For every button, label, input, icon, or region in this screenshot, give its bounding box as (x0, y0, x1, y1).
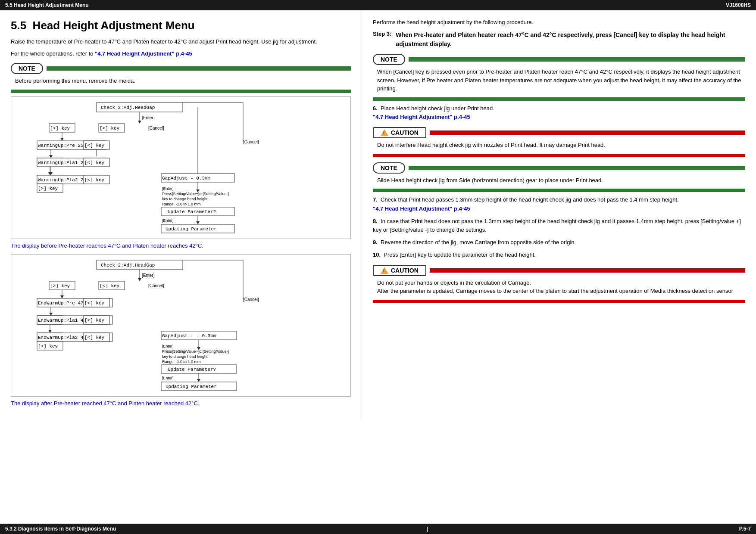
svg-marker-61 (138, 278, 141, 281)
caution1-box: ! CAUTION (373, 127, 426, 138)
note1-box: NOTE (11, 63, 43, 74)
caution2-bottom-bar (373, 300, 745, 303)
left-column: 5.5 Head Height Adjustment Menu Raise th… (0, 10, 362, 420)
caution2-triangle: ! (381, 267, 388, 274)
item7-num: 7. (373, 196, 378, 203)
svg-marker-3 (138, 121, 141, 124)
svg-text:[>] key: [>] key (50, 283, 70, 289)
item10: 10. Press [Enter] key to update the para… (373, 251, 745, 260)
note3-box: NOTE (373, 162, 405, 174)
svg-text:[Enter]: [Enter] (162, 218, 174, 223)
svg-text:Update Parameter?: Update Parameter? (168, 367, 216, 372)
svg-marker-49 (196, 221, 200, 224)
section-title: 5.5 Head Height Adjustment Menu (11, 19, 351, 32)
item8-num: 8. (373, 218, 378, 224)
caution2-header-row: ! CAUTION (373, 265, 745, 276)
svg-text:[Enter]: [Enter] (162, 186, 174, 191)
note2-container: NOTE When [Cancel] key is pressed even p… (373, 54, 745, 101)
svg-text:Updating Parameter: Updating Parameter (166, 227, 217, 232)
item6-num: 6. (373, 105, 378, 112)
svg-text:Range: -1.0 to 1.0 mm: Range: -1.0 to 1.0 mm (162, 202, 201, 206)
item9: 9. Reverse the direction of the jig, mov… (373, 238, 745, 247)
svg-text:Range: -1.0 to 1.0 mm: Range: -1.0 to 1.0 mm (162, 360, 201, 364)
svg-text:[Enter]: [Enter] (162, 376, 174, 380)
note1-content: Before performing this menu, remove the … (11, 74, 351, 88)
svg-text:[>] key: [>] key (38, 344, 58, 349)
svg-text:Press[Setting/Value+]or[Settin: Press[Setting/Value+]or[Setting/Value-] (162, 349, 229, 354)
caution2-container: ! CAUTION Do not put your hands or objec… (373, 265, 745, 303)
flow1-caption: The display before Pre-heater reaches 47… (11, 242, 351, 249)
footer-right: P.5-7 (739, 526, 751, 532)
svg-text:[>] key: [>] key (50, 126, 70, 131)
svg-marker-79 (48, 330, 52, 333)
svg-text:[Cancel]: [Cancel] (243, 140, 259, 144)
item9-num: 9. (373, 239, 378, 245)
note2-bottom-bar (373, 97, 745, 101)
svg-text:[<] key: [<] key (84, 177, 105, 183)
link1[interactable]: "4.7 Head Height Adjustment" p.4-45 (95, 50, 192, 57)
svg-text:[<] key: [<] key (84, 318, 105, 323)
item7-link[interactable]: "4.7 Head Height Adjustment" p.4-45 (373, 205, 470, 212)
note2-content: When [Cancel] key is pressed even prior … (373, 65, 745, 96)
item8-text: In case that Print head does not pass th… (373, 218, 741, 233)
note3-green-bar (409, 166, 745, 170)
svg-marker-103 (197, 379, 200, 382)
footer-left: 5.3.2 Diagnosis Items in Self-Diagnosis … (5, 526, 116, 532)
item6-link[interactable]: "4.7 Head Height Adjustment" p.4-45 (373, 114, 470, 120)
svg-text:[Cancel]: [Cancel] (148, 283, 164, 288)
svg-text:[<] key: [<] key (100, 126, 120, 131)
svg-text:key to change head height: key to change head height (162, 354, 208, 359)
svg-text:EndWarmUp:Pre   47°C: EndWarmUp:Pre 47°C (38, 301, 89, 306)
flowchart1: Check 2:Adj.HeadGap [Enter] [>] key [<] … (11, 96, 351, 239)
flowchart1-svg: Check 2:Adj.HeadGap [Enter] [>] key [<] … (15, 100, 351, 234)
svg-text:Check 2:Adj.HeadGap: Check 2:Adj.HeadGap (101, 105, 155, 110)
svg-text:[<] key: [<] key (84, 301, 105, 306)
footer-separator: | (427, 526, 428, 532)
content-wrapper: 5.5 Head Height Adjustment Menu Raise th… (0, 10, 756, 435)
item7-text: Check that Print head passes 1.3mm step … (381, 196, 679, 203)
svg-marker-15 (49, 155, 53, 158)
note3-container: NOTE Slide Head height check jig from Si… (373, 162, 745, 192)
note1-bottom-bar (11, 90, 351, 93)
note2-green-bar (409, 57, 745, 62)
performs-text: Performs the head height adjustment by t… (373, 19, 745, 25)
svg-marker-73 (49, 313, 53, 316)
svg-text:Update Parameter?: Update Parameter? (168, 209, 216, 214)
caution2-box: ! CAUTION (373, 265, 426, 276)
svg-text:[<] key: [<] key (84, 143, 105, 148)
caution1-header-row: ! CAUTION (373, 127, 745, 138)
caution1-triangle: ! (381, 129, 388, 136)
note2-box: NOTE (373, 54, 405, 65)
item7: 7. Check that Print head passes 1.3mm st… (373, 196, 745, 214)
page-footer: 5.3.2 Diagnosis Items in Self-Diagnosis … (0, 524, 756, 534)
flowchart2: Check 2:Adj.HeadGap [Enter] [<] key [Can… (11, 254, 351, 397)
svg-text:key to change head height: key to change head height (162, 197, 208, 201)
svg-text:Updating Parameter: Updating Parameter (166, 384, 217, 389)
header-right: VJ1608HS (726, 2, 751, 8)
step3-text: When Pre-heater and Platen heater reach … (396, 31, 745, 49)
intro-paragraph2: For the whole operations, refer to "4.7 … (11, 50, 351, 58)
caution1-content: Do not interfere Head height check jig w… (373, 138, 745, 152)
caution1-container: ! CAUTION Do not interfere Head height c… (373, 127, 745, 157)
flowchart2-svg: Check 2:Adj.HeadGap [Enter] [<] key [Can… (15, 258, 351, 391)
svg-text:[<] key: [<] key (84, 160, 105, 165)
item6: 6. Place Head height check jig under Pri… (373, 104, 745, 122)
page-header: 5.5 Head Height Adjustment Menu VJ1608HS (0, 0, 756, 10)
note3-content: Slide Head height check jig from Side (h… (373, 174, 745, 187)
svg-marker-8 (60, 138, 64, 141)
svg-text:GapAdjust    - 0.3mm: GapAdjust - 0.3mm (162, 176, 211, 181)
svg-text:Press[Setting/Value+]or[Settin: Press[Setting/Value+]or[Setting/Value-] (162, 192, 229, 196)
note3-header-row: NOTE (373, 162, 745, 174)
item10-num: 10. (373, 251, 381, 258)
svg-text:[Enter]: [Enter] (162, 344, 174, 348)
item8: 8. In case that Print head does not pass… (373, 217, 745, 235)
item9-text: Reverse the direction of the jig, move C… (381, 239, 576, 245)
svg-text:[Enter]: [Enter] (142, 273, 155, 278)
note2-header-row: NOTE (373, 54, 745, 65)
note1-header-row: NOTE (11, 63, 351, 74)
caution1-bottom-bar (373, 154, 745, 157)
caution2-red-bar (430, 268, 745, 273)
svg-text:GapAdjust :  - 0.3mm: GapAdjust : - 0.3mm (162, 333, 216, 338)
svg-marker-69 (60, 295, 64, 298)
svg-text:[Cancel]: [Cancel] (243, 297, 259, 302)
